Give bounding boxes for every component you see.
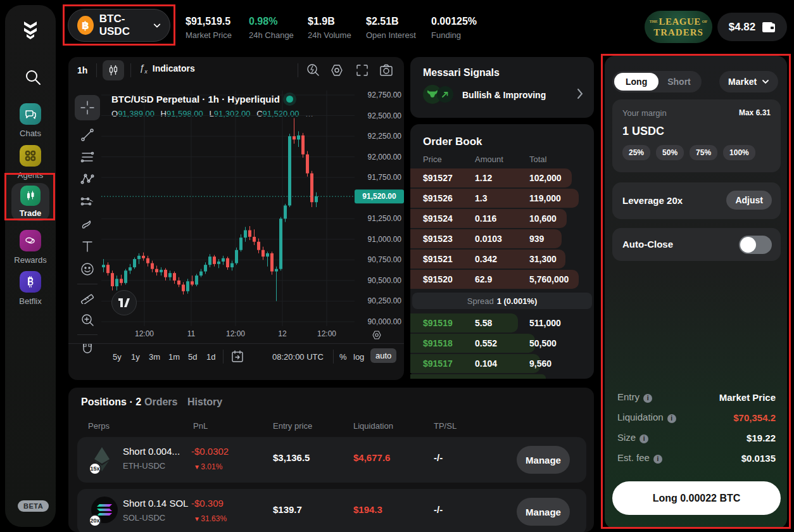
sidebar-item-agents[interactable]: Agents [5,145,56,180]
manage-button[interactable]: Manage [517,446,570,474]
summary-label: Entryi [617,391,652,403]
ask-row[interactable]: $91521 0.342 31,300 [418,250,586,269]
bid-row[interactable]: $91518 0.552 50,500 [418,334,586,353]
tab-history[interactable]: History [187,396,222,408]
margin-card: Your margin Max 6.31 1 USDC 25% 50% 75% … [612,99,781,172]
tab-positions[interactable]: Positions · 2 [81,396,141,408]
position-pnl-pct: ▾ 3.01% [195,462,222,471]
position-row-sol[interactable]: 20x Short 0.14 SOL SOL-USDC -$0.309 ▾ 31… [77,489,586,532]
indicators-button[interactable]: ƒx Indicators [139,62,195,75]
margin-input[interactable]: 1 USDC [622,125,664,138]
info-icon[interactable]: i [640,434,648,443]
messari-signals-panel[interactable]: Messari Signals Bullish & Improving [410,57,594,118]
svg-text:91,520.00: 91,520.00 [362,192,396,201]
crosshair-tool[interactable] [75,95,100,120]
text-tool[interactable] [80,239,94,253]
sidebar-item-chats[interactable]: Chats [5,103,56,138]
brush-tool[interactable] [80,218,94,232]
ask-row[interactable]: $91527 1.12 102,000 [418,168,586,187]
submit-long-button[interactable]: Long 0.00022 BTC [612,481,781,515]
pattern-tool[interactable] [80,172,94,186]
fullscreen-icon[interactable] [355,63,370,80]
range-3m[interactable]: 3m [149,352,160,362]
tab-long[interactable]: Long [614,73,659,91]
projection-tool[interactable] [80,194,94,208]
margin-max[interactable]: Max 6.31 [739,108,771,117]
axis-settings-icon[interactable] [371,329,382,343]
scale-log-button[interactable]: log [353,352,364,362]
go-to-date-icon[interactable] [230,350,244,366]
ask-row[interactable]: $91526 1.3 119,000 [418,189,586,208]
chip-100[interactable]: 100% [723,145,755,160]
candle-style-button[interactable] [103,60,124,80]
timeframe-button[interactable]: 1h [77,65,87,75]
auto-close-card: Auto-Close [612,228,781,261]
order-book-title: Order Book [423,136,482,148]
ask-price: $91526 [423,193,453,203]
sidebar-item-rewards[interactable]: Rewards [5,230,56,265]
range-1y[interactable]: 1y [131,352,140,362]
candlestick-chart[interactable]: 92,750.0092,500.0092,250.0092,000.0091,7… [101,91,404,326]
stat-open-interest: $2.51B Open Interest [366,16,416,40]
auto-close-toggle[interactable] [739,236,772,254]
range-5y[interactable]: 5y [113,352,122,362]
svg-text:91,250.00: 91,250.00 [368,214,402,223]
stat-funding: 0.00125% Funding [431,16,477,40]
league-of-traders-badge[interactable]: THE LEAGUE OF TRADERS [645,11,712,43]
scale-auto-button[interactable]: auto [370,348,396,363]
info-icon[interactable]: i [667,414,676,423]
scale-percent-button[interactable]: % [339,352,347,362]
camera-icon[interactable] [379,63,394,80]
ask-row[interactable]: $91520 62.9 5,760,000 [418,270,586,289]
clock-utc[interactable]: 08:20:00 UTC [272,352,324,362]
measure-tool[interactable] [80,290,94,304]
tab-orders[interactable]: Orders [144,396,177,408]
league-badge-line1: THE LEAGUE OF [650,17,707,27]
range-5d[interactable]: 5d [188,352,197,362]
sidebar: Chats Agents Trade Rewards [5,5,56,527]
adjust-button[interactable]: Adjust [726,191,772,210]
wallet-button[interactable]: $4.82 [717,13,787,41]
chip-25[interactable]: 25% [622,145,650,160]
quick-search-icon[interactable] [305,63,320,80]
bid-row[interactable]: $91519 5.58 511,000 [418,314,586,332]
grid-icon [20,145,41,167]
bid-amount: 5.58 [475,318,492,328]
search-icon[interactable] [24,68,42,89]
info-icon[interactable]: i [643,394,652,403]
order-type-dropdown[interactable]: Market [719,71,778,92]
ask-price: $91524 [423,213,453,224]
range-1m[interactable]: 1m [168,352,180,362]
bid-total: 511,000 [529,318,561,328]
trendline-tool[interactable] [80,128,94,142]
ask-row[interactable]: $91524 0.116 10,600 [418,209,586,228]
zoom-in-tool[interactable] [80,313,94,327]
sidebar-item-trade[interactable]: Trade [11,183,49,221]
betflix-icon [20,271,41,293]
tradingview-logo[interactable] [111,290,137,315]
bid-row[interactable]: $91517 0.104 9,560 [418,354,586,373]
summary-value: $70,354.2 [733,412,776,423]
ask-row[interactable]: $91523 0.0103 939 [418,229,586,248]
range-1d[interactable]: 1d [206,352,215,362]
sidebar-item-label: Agents [5,170,56,180]
chevron-right-icon[interactable] [576,87,584,100]
sidebar-item-betflix[interactable]: Betflix [5,271,56,306]
ask-price: $91523 [423,234,453,244]
app-logo-icon[interactable] [20,19,41,44]
chip-50[interactable]: 50% [656,145,684,160]
chip-75[interactable]: 75% [690,145,717,160]
info-icon[interactable]: i [653,455,662,464]
pair-selector[interactable]: ฿ BTC-USDC [68,9,170,42]
stat-label: Open Interest [366,30,416,40]
fib-lines-tool[interactable] [80,150,94,164]
emoji-tool[interactable] [80,262,94,276]
chart-settings-icon[interactable] [329,63,344,80]
tab-short[interactable]: Short [659,73,700,91]
ask-total: 5,760,000 [529,274,569,284]
position-row-eth[interactable]: 15x Short 0.004... ETH-USDC -$0.0302 ▾ 3… [77,437,586,483]
summary-value: Market Price [719,392,776,403]
manage-button[interactable]: Manage [517,498,570,526]
bull-icon [423,85,455,104]
magnet-tool[interactable] [80,342,94,356]
